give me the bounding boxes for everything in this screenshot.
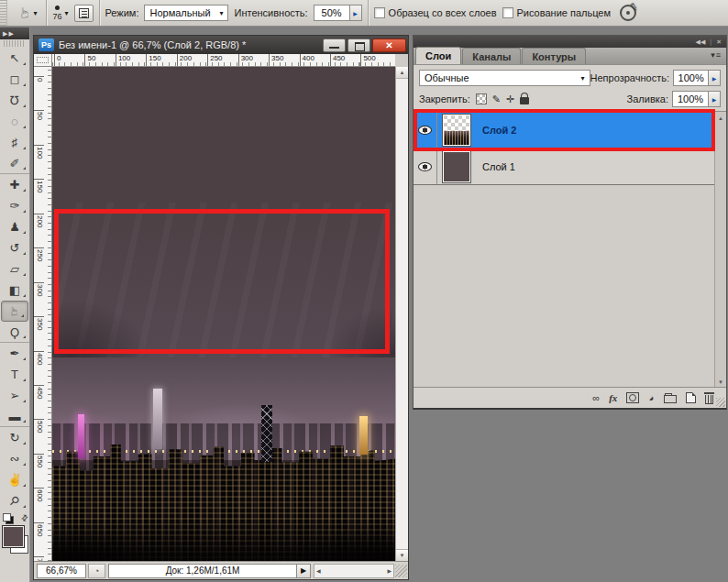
minimize-button[interactable] [323,38,346,52]
new-group-icon[interactable] [664,395,677,403]
options-bar-grip[interactable] [0,0,7,26]
strength-slider-button[interactable]: ▶ [350,5,362,21]
tool-list: ↖ ◻ ℧ ◌ ♯ ✐ ✚ ✑ ♟ ↺ ▱ ◧ [0,48,29,511]
tool-gradient[interactable]: ◧ [0,280,29,301]
scroll-up-button[interactable]: ▲ [396,67,408,79]
canvas[interactable] [52,67,395,561]
tool-icon: ✐ [10,158,20,170]
close-icon: ✕ [385,40,392,50]
layer-thumbnail[interactable] [443,151,470,182]
delete-layer-icon[interactable] [705,395,713,404]
tool-quick-selection[interactable]: ◌ [0,111,29,132]
swap-colors-icon[interactable]: ⇄ [19,512,30,523]
tools-panel-header[interactable]: ▶▶ [0,27,29,39]
tab-channels[interactable]: Каналы [462,48,521,64]
close-button[interactable]: ✕ [372,38,406,52]
foreground-silhouette [52,518,395,561]
panel-resize-grip[interactable] [716,398,725,407]
tools-panel-grip[interactable] [4,40,26,47]
status-flyout-button[interactable]: ▶ [297,564,311,578]
scroll-down-button[interactable]: ▼ [396,549,408,561]
layer-row-sloy-1[interactable]: Слой 1 [414,148,714,185]
lock-buttons: ✎ ✛ [476,93,529,104]
maximize-button[interactable] [347,38,370,52]
default-colors-icon[interactable] [3,513,11,522]
link-layers-icon[interactable]: ∞ [592,393,600,403]
layer-blend-mode-dropdown[interactable]: Обычные ▾ [419,70,590,86]
tool-brush[interactable]: ✑ [0,195,29,216]
foreground-color-swatch[interactable] [2,525,25,548]
chevron-down-icon: ▾ [64,9,68,17]
divider [46,0,47,26]
tool-move[interactable]: ↖ [0,48,29,69]
tool-hand[interactable]: ✌ [0,469,29,490]
finger-painting-option: Рисование пальцем [502,7,612,18]
tool-3d-rotate[interactable]: ↻ [0,427,29,448]
fill-input[interactable]: 100% [672,91,709,107]
tool-dodge[interactable]: Ϙ [0,322,29,343]
add-layer-mask-icon[interactable] [626,392,639,403]
toggle-brushes-panel-button[interactable] [74,5,94,22]
tool-pen[interactable]: ✒ [0,343,29,364]
tool-type[interactable]: T [0,364,29,385]
tool-lasso[interactable]: ℧ [0,90,29,111]
lock-all-icon[interactable] [520,97,529,104]
opacity-slider-button[interactable]: ▶ [709,70,721,86]
brush-preset-picker[interactable]: 76 ▾ [52,5,68,21]
tool-clone-stamp[interactable]: ♟ [0,216,29,237]
panel-menu-button[interactable]: ▾ ≡ [711,50,721,60]
ruler-origin-box[interactable] [34,54,52,67]
zoom-level-input[interactable]: 66,67% [37,564,86,578]
blend-mode-dropdown[interactable]: Нормальный ▾ [144,5,228,21]
collapse-panel-icon[interactable]: ◀◀ [696,38,706,45]
scroll-up-button[interactable]: ▲ [715,112,726,125]
layer-row-sloy-2[interactable]: Слой 2 [414,112,714,148]
arrow-left-icon: ◀ [316,567,321,574]
tool-eraser[interactable]: ▱ [0,258,29,280]
tool-preset-picker[interactable]: ☞ ▾ [15,4,40,22]
close-panel-icon[interactable]: ✕ [716,38,722,45]
lock-position-icon[interactable]: ✛ [506,94,514,104]
status-options-button[interactable]: ◔ [88,564,105,578]
photoshop-app: ☞ ▾ 76 ▾ Режим: Нормальный ▾ Интенсивнос… [0,0,728,582]
document-status-bar: 66,67% ◔ Док: 1,26М/1,61М ▶ ◀ ▶ [34,561,408,579]
layer-thumbnail[interactable] [443,115,470,146]
fill-slider-button[interactable]: ▶ [709,91,721,107]
tab-paths[interactable]: Контуры [522,48,586,64]
lock-transparency-icon[interactable] [476,93,487,104]
layer-style-fx-icon[interactable]: fx [609,393,617,403]
horizontal-scrollbar[interactable]: ◀ ▶ [314,564,394,578]
lock-pixels-icon[interactable]: ✎ [492,94,501,104]
tool-path-selection[interactable]: ➢ [0,385,29,406]
layer-visibility-toggle[interactable] [414,112,437,148]
tool-icon: ◧ [9,284,20,296]
layers-scrollbar[interactable]: ▲ ▼ [714,112,726,389]
sample-all-layers-checkbox[interactable] [374,7,385,18]
new-layer-icon[interactable] [686,392,696,403]
flyout-arrow-icon: ▶ [301,566,306,575]
eye-icon [418,126,432,135]
resize-grip[interactable] [395,565,407,577]
tool-zoom[interactable]: ⚲ [0,490,29,511]
tool-eyedropper[interactable]: ✐ [0,153,29,174]
finger-painting-checkbox[interactable] [502,7,513,18]
tool-icon: ∾ [10,453,20,465]
tool-icon: T [11,368,18,380]
tool-smudge[interactable]: ☞ [1,301,28,322]
strength-input[interactable]: 50% [314,5,350,21]
tool-icon: ✑ [10,200,20,212]
vertical-scrollbar[interactable]: ▲ ▼ [395,67,408,561]
tool-history-brush[interactable]: ↺ [0,237,29,258]
tab-layers[interactable]: Слои [415,47,461,64]
tool-crop[interactable]: ♯ [0,132,29,153]
tool-shape[interactable]: ▬ [0,406,29,427]
tool-3d-orbit[interactable]: ∾ [0,448,29,469]
layer-visibility-toggle[interactable] [414,148,437,184]
tool-rectangular-marquee[interactable]: ◻ [0,69,29,90]
adjustment-layer-icon[interactable]: ◑ [645,392,656,403]
tablet-pressure-icon[interactable]: ✎ [620,5,636,21]
fill-label: Заливка: [627,93,668,104]
opacity-input[interactable]: 100% [673,70,709,86]
tool-healing-brush[interactable]: ✚ [0,174,29,195]
document-title-bar[interactable]: Ps Без имени-1 @ 66,7% (Слой 2, RGB/8) *… [34,36,408,54]
